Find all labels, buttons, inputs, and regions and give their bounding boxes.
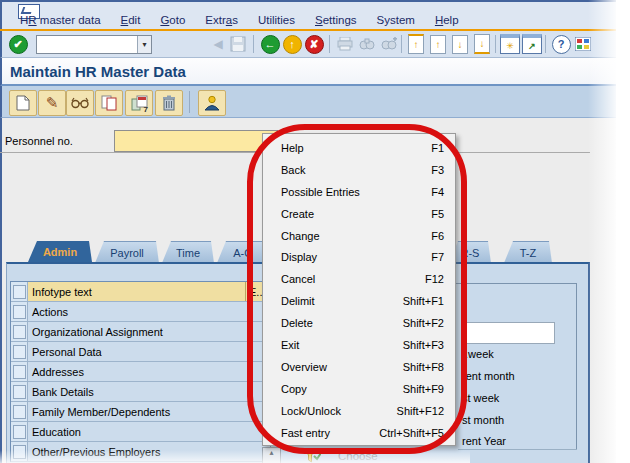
save-button — [228, 34, 248, 54]
select-all-cell[interactable] — [11, 282, 28, 301]
new-session-button[interactable]: ✳ — [500, 34, 520, 54]
shortcut-icon: ↗ — [522, 34, 542, 54]
enter-check-icon: ✔ — [9, 35, 28, 54]
period-groupbox-border — [576, 283, 577, 450]
page-title: Maintain HR Master Data — [10, 63, 186, 80]
table-header-row: Infotype text E.. — [11, 282, 270, 302]
sap-window: HR master data Edit Goto Extras Utilitie… — [0, 0, 630, 463]
menu-hr-master-data[interactable]: HR master data — [20, 14, 101, 26]
glasses-icon — [71, 97, 89, 109]
customize-layout-icon — [575, 37, 591, 51]
copy-pages-icon — [101, 95, 117, 111]
tab-admin[interactable]: Admin — [28, 241, 92, 262]
row-selector[interactable] — [11, 362, 28, 381]
binoculars-plus-icon — [381, 37, 397, 51]
page-up-icon: ↑ — [430, 35, 446, 54]
seven-badge: 7 — [144, 105, 148, 114]
toolbar-separator — [545, 35, 546, 53]
cancel-x-icon: ✘ — [305, 35, 324, 54]
menu-help[interactable]: Help — [435, 14, 459, 26]
command-dropdown-icon[interactable]: ▾ — [137, 36, 151, 53]
title-bar: Maintain HR Master Data — [0, 58, 616, 86]
create-shortcut-button[interactable]: ↗ — [522, 34, 542, 54]
tab-payroll[interactable]: Payroll — [95, 241, 159, 263]
help-button[interactable]: ? — [551, 34, 571, 54]
menu-system[interactable]: System — [377, 14, 415, 26]
menu-settings[interactable]: Settings — [315, 14, 357, 26]
exit-button[interactable]: ↑ — [282, 34, 302, 54]
toolbar-separator — [401, 35, 402, 53]
menu-goto[interactable]: Goto — [160, 14, 185, 26]
period-groupbox-border — [458, 449, 577, 450]
table-row[interactable]: Actions — [11, 302, 270, 322]
row-selector[interactable] — [11, 402, 28, 421]
tab-time[interactable]: Time — [162, 241, 214, 263]
create-button[interactable] — [9, 90, 37, 116]
menu-items: HR master data Edit Goto Extras Utilitie… — [20, 14, 459, 26]
period-option-current-month[interactable]: rent month — [462, 370, 515, 382]
table-row[interactable]: Addresses — [11, 362, 270, 382]
undo-icon: ◀ — [208, 34, 228, 54]
period-option-last-week[interactable]: st week — [462, 392, 499, 404]
row-selector[interactable] — [11, 422, 28, 441]
table-row[interactable]: Organizational Assignment — [11, 322, 270, 342]
period-groupbox-border — [455, 283, 577, 284]
page-up-button[interactable]: ↑ — [428, 34, 448, 54]
infotype-text-header[interactable]: Infotype text — [28, 282, 246, 301]
toolbar-separator — [495, 35, 496, 53]
command-input[interactable] — [37, 36, 137, 53]
row-selector[interactable] — [11, 442, 28, 461]
table-row[interactable]: Bank Details — [11, 382, 270, 402]
change-button[interactable]: ✎ — [38, 90, 66, 116]
personnel-no-input[interactable] — [114, 130, 278, 152]
copy-periods-button[interactable]: 7 — [125, 90, 153, 116]
pencil-icon: ✎ — [46, 94, 59, 112]
display-button[interactable] — [66, 90, 94, 116]
period-option-last-month[interactable]: st month — [462, 414, 504, 426]
row-selector[interactable] — [11, 322, 28, 341]
enter-button[interactable]: ✔ — [8, 34, 28, 54]
page-down-icon: ↓ — [452, 35, 468, 54]
customize-layout-button[interactable] — [573, 34, 593, 54]
cancel-button[interactable]: ✘ — [304, 34, 324, 54]
employee-photo-button[interactable] — [198, 90, 226, 116]
period-date-input[interactable] — [465, 322, 555, 344]
row-selector[interactable] — [11, 342, 28, 361]
menu-utilities[interactable]: Utilities — [258, 14, 295, 26]
row-selector[interactable] — [11, 302, 28, 321]
apptoolbar-separator — [189, 91, 190, 113]
infotype-table: Infotype text E.. Actions Organizational… — [10, 281, 271, 462]
menu-bar: HR master data Edit Goto Extras Utilitie… — [0, 0, 616, 29]
find-button — [357, 34, 377, 54]
help-question-icon: ? — [552, 35, 571, 54]
table-row[interactable]: Family Member/Dependents — [11, 402, 270, 422]
exit-arrow-icon: ↑ — [283, 35, 302, 54]
last-page-button[interactable]: ↓ — [472, 34, 492, 54]
scroll-up-button[interactable]: ▴ — [262, 447, 281, 463]
table-row[interactable]: Personal Data — [11, 342, 270, 362]
annotation-oval — [247, 124, 467, 454]
page-down-button[interactable]: ↓ — [450, 34, 470, 54]
delete-button[interactable] — [155, 90, 183, 116]
row-selector[interactable] — [11, 382, 28, 401]
copy-button[interactable] — [95, 90, 123, 116]
find-next-button — [379, 34, 399, 54]
toolbar-separator — [329, 35, 330, 53]
personnel-no-label: Personnel no. — [5, 135, 73, 147]
first-page-button[interactable]: ↑ — [406, 34, 426, 54]
standard-toolbar: ✔ ▾ ◀ ← ↑ ✘ ↑ ↑ ↓ ↓ ✳ ↗ ? — [0, 31, 616, 58]
last-page-icon: ↓ — [474, 34, 490, 54]
new-session-icon: ✳ — [500, 34, 520, 54]
command-field[interactable]: ▾ — [36, 35, 152, 54]
table-row[interactable]: Other/Previous Employers — [11, 442, 270, 462]
back-arrow-icon: ← — [261, 35, 280, 54]
period-option-current-year[interactable]: rent Year — [462, 435, 506, 447]
print-button — [335, 34, 355, 54]
menu-extras[interactable]: Extras — [205, 14, 238, 26]
menu-edit[interactable]: Edit — [121, 14, 141, 26]
scroll-up-icon: ▴ — [269, 448, 273, 457]
back-button[interactable]: ← — [260, 34, 280, 54]
first-page-icon: ↑ — [408, 34, 424, 54]
new-document-icon — [16, 95, 30, 111]
table-row[interactable]: Education — [11, 422, 270, 442]
